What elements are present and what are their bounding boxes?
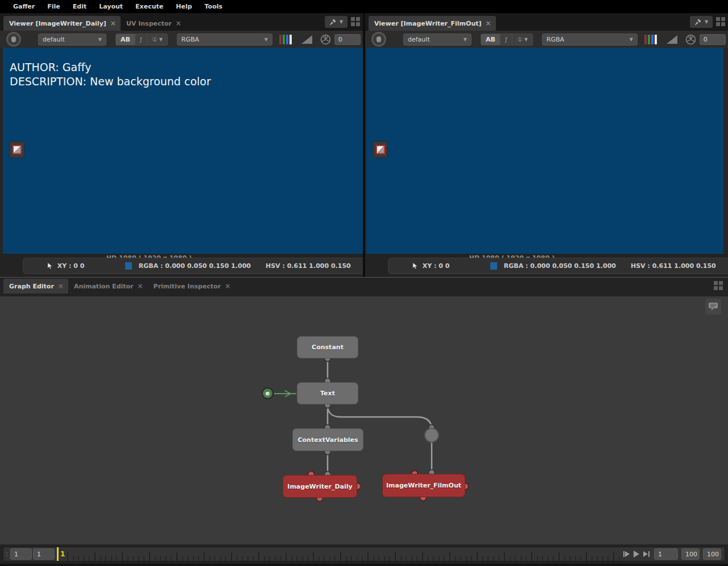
- step-back-icon: [625, 551, 630, 557]
- viewer-viewport-daily[interactable]: AUTHOR: Gaffy DESCRIPTION: New backgroun…: [3, 48, 363, 254]
- view-select-value: default: [43, 36, 65, 43]
- close-icon[interactable]: ×: [225, 282, 230, 290]
- lut-ramp-icon[interactable]: [301, 35, 312, 44]
- tab-viewer-imagewriter-filmout[interactable]: Viewer [ImageWriter_FilmOut] ×: [369, 16, 496, 31]
- status-hsv: HSV : 0.611 1.000 0.150: [266, 262, 351, 270]
- tab-animation-editor[interactable]: Animation Editor ×: [68, 279, 148, 294]
- close-icon[interactable]: ×: [110, 19, 116, 27]
- node-label: ImageWriter_Daily: [287, 483, 352, 490]
- menu-tools[interactable]: Tools: [198, 3, 229, 10]
- node-constant[interactable]: Constant: [297, 336, 358, 358]
- tab-uv-inspector[interactable]: UV Inspector ×: [121, 16, 186, 31]
- channels-select-value: RGBA: [181, 36, 199, 43]
- start-frame-value: 1: [14, 551, 18, 558]
- tab-viewer-imagewriter-daily[interactable]: Viewer [ImageWriter_Daily] ×: [3, 16, 121, 31]
- menu-help[interactable]: Help: [169, 3, 198, 10]
- annotation-bubble-icon: [708, 302, 718, 311]
- compare-image-icon: ①: [152, 36, 158, 43]
- timeline-grip[interactable]: [6, 552, 7, 556]
- node-expression[interactable]: e: [262, 387, 274, 399]
- compare-image-button[interactable]: ① ▼: [512, 34, 532, 45]
- window-bottom-edge: [0, 564, 728, 566]
- node-label: ImageWriter_FilmOut: [386, 482, 461, 489]
- step-forward-button[interactable]: [643, 551, 650, 557]
- menu-bar: Gaffer File Edit Layout Execute Help Too…: [0, 0, 728, 13]
- close-icon[interactable]: ×: [486, 19, 491, 27]
- node-connections: [0, 296, 728, 544]
- chevron-down-icon: ▼: [524, 37, 528, 42]
- solo-channel-icon[interactable]: [279, 35, 292, 44]
- exposure-aperture-icon[interactable]: [320, 34, 331, 45]
- display-transform-button[interactable]: [373, 141, 388, 158]
- menu-file[interactable]: File: [41, 3, 67, 10]
- menu-gaffer[interactable]: Gaffer: [7, 3, 41, 10]
- tab-graph-editor[interactable]: Graph Editor ×: [3, 279, 68, 294]
- viewer-panel-filmout: Viewer [ImageWriter_FilmOut] × ▼: [365, 13, 728, 277]
- layout-grid-icon[interactable]: [351, 17, 361, 27]
- solo-channel-icon[interactable]: [644, 35, 657, 44]
- node-text[interactable]: Text: [297, 382, 358, 404]
- node-imagewriter-daily[interactable]: ImageWriter_Daily: [283, 475, 357, 498]
- compare-ab-button[interactable]: AB: [481, 34, 500, 45]
- close-icon[interactable]: ×: [176, 19, 181, 27]
- play-button[interactable]: [634, 551, 639, 557]
- channels-select-value: RGBA: [547, 36, 564, 43]
- viewer-viewport-filmout[interactable]: [366, 48, 723, 254]
- menu-edit[interactable]: Edit: [67, 3, 93, 10]
- exposure-input[interactable]: 0: [700, 34, 726, 45]
- lut-ramp-icon[interactable]: [667, 35, 677, 44]
- compare-ab-button[interactable]: AB: [116, 34, 135, 45]
- layout-grid-icon[interactable]: [714, 281, 723, 291]
- compare-image-button[interactable]: ① ▼: [147, 34, 167, 45]
- hand-icon: [375, 35, 383, 43]
- pin-menu-button[interactable]: ▼: [690, 16, 713, 28]
- current-frame-input[interactable]: 1: [654, 548, 678, 560]
- range-end-input[interactable]: 100: [681, 548, 700, 560]
- exposure-input[interactable]: 0: [334, 34, 361, 45]
- display-transform-button[interactable]: [9, 141, 24, 158]
- channels-select[interactable]: RGBA ▼: [542, 34, 638, 46]
- node-imagewriter-filmout[interactable]: ImageWriter_FilmOut: [382, 474, 465, 497]
- close-icon[interactable]: ×: [58, 282, 64, 290]
- exposure-aperture-icon[interactable]: [685, 34, 696, 45]
- annotations-button[interactable]: [705, 299, 721, 315]
- wipe-button[interactable]: ƒ: [500, 34, 512, 45]
- wipe-button[interactable]: ƒ: [135, 34, 147, 45]
- pan-tool-button[interactable]: [6, 32, 21, 47]
- end-frame-input[interactable]: 100: [703, 548, 721, 560]
- chevron-down-icon: ▼: [264, 37, 268, 42]
- graph-editor-canvas[interactable]: Constant Text ContextVariables ImageWrit…: [0, 296, 728, 544]
- layout-grid-icon[interactable]: [716, 17, 726, 27]
- status-hsv: HSV : 0.611 1.000 0.150: [631, 262, 716, 270]
- node-contextvariables[interactable]: ContextVariables: [292, 428, 363, 451]
- viewer-left-statusbar: HD 1080 ( 1920 x 1080 ) XY : 0 0 RGBA : …: [0, 254, 363, 277]
- close-icon[interactable]: ×: [138, 282, 143, 290]
- start-frame-input[interactable]: 1: [10, 548, 32, 560]
- current-frame-value: 1: [658, 551, 662, 558]
- timeline-ruler[interactable]: [67, 547, 621, 561]
- viewers-section: Viewer [ImageWriter_Daily] × UV Inspecto…: [0, 13, 728, 277]
- tab-primitive-inspector[interactable]: Primitive Inspector ×: [148, 279, 235, 294]
- cursor-pointer-icon: [412, 262, 418, 270]
- menu-layout[interactable]: Layout: [93, 3, 129, 10]
- view-select[interactable]: default ▼: [403, 34, 471, 46]
- playhead[interactable]: [57, 547, 59, 561]
- ab-label: AB: [121, 36, 130, 43]
- node-label: ContextVariables: [297, 436, 358, 444]
- channels-select[interactable]: RGBA ▼: [177, 34, 272, 46]
- node-dot[interactable]: [424, 428, 439, 443]
- menu-execute[interactable]: Execute: [129, 3, 169, 10]
- viewer-right-tabbar: Viewer [ImageWriter_FilmOut] × ▼: [365, 13, 728, 31]
- range-start-value: 1: [37, 551, 41, 558]
- range-start-input[interactable]: 1: [33, 548, 55, 560]
- pin-menu-button[interactable]: ▼: [325, 16, 348, 28]
- exposure-value: 0: [338, 36, 342, 43]
- tab-label: Primitive Inspector: [154, 283, 221, 290]
- chevron-down-icon: ▼: [464, 37, 467, 42]
- view-select[interactable]: default ▼: [38, 34, 106, 46]
- step-forward-icon: [648, 551, 650, 557]
- chevron-down-icon: ▼: [630, 37, 633, 42]
- step-back-button[interactable]: [623, 551, 630, 557]
- pan-tool-button[interactable]: [371, 32, 386, 47]
- chevron-down-icon: ▼: [705, 19, 708, 24]
